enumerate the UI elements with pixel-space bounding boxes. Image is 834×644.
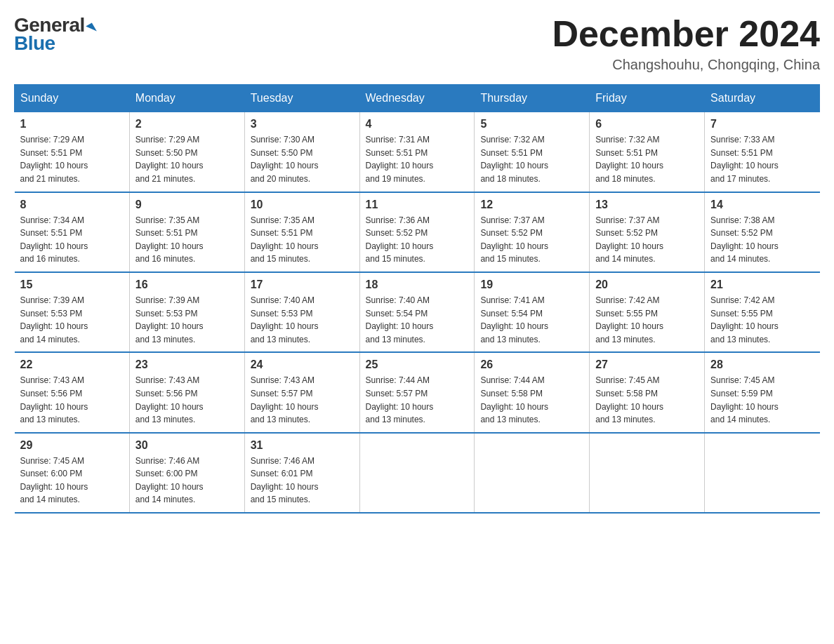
- day-info: Sunrise: 7:33 AMSunset: 5:51 PMDaylight:…: [710, 133, 814, 185]
- day-info: Sunrise: 7:29 AMSunset: 5:50 PMDaylight:…: [135, 133, 239, 185]
- day-info: Sunrise: 7:37 AMSunset: 5:52 PMDaylight:…: [480, 214, 583, 266]
- day-cell-8: 8Sunrise: 7:34 AMSunset: 5:51 PMDaylight…: [15, 192, 130, 272]
- day-info: Sunrise: 7:45 AMSunset: 5:58 PMDaylight:…: [595, 374, 699, 426]
- day-info: Sunrise: 7:45 AMSunset: 6:00 PMDaylight:…: [20, 455, 124, 507]
- day-cell-4: 4Sunrise: 7:31 AMSunset: 5:51 PMDaylight…: [359, 112, 475, 192]
- day-number: 19: [480, 279, 583, 291]
- day-number: 21: [710, 279, 814, 291]
- header-sunday: Sunday: [15, 85, 130, 112]
- week-row-4: 22Sunrise: 7:43 AMSunset: 5:56 PMDayligh…: [15, 352, 820, 432]
- day-info: Sunrise: 7:41 AMSunset: 5:54 PMDaylight:…: [480, 294, 583, 346]
- day-info: Sunrise: 7:37 AMSunset: 5:52 PMDaylight:…: [595, 214, 699, 266]
- day-cell-5: 5Sunrise: 7:32 AMSunset: 5:51 PMDaylight…: [475, 112, 590, 192]
- day-info: Sunrise: 7:35 AMSunset: 5:51 PMDaylight:…: [251, 214, 354, 266]
- day-number: 5: [480, 118, 583, 130]
- day-cell-31: 31Sunrise: 7:46 AMSunset: 6:01 PMDayligh…: [244, 433, 359, 513]
- day-cell-9: 9Sunrise: 7:35 AMSunset: 5:51 PMDaylight…: [129, 192, 244, 272]
- day-info: Sunrise: 7:38 AMSunset: 5:52 PMDaylight:…: [710, 214, 814, 266]
- day-number: 14: [710, 199, 814, 211]
- day-info: Sunrise: 7:34 AMSunset: 5:51 PMDaylight:…: [20, 214, 124, 266]
- empty-cell: [359, 433, 475, 513]
- header-saturday: Saturday: [705, 85, 820, 112]
- day-number: 10: [251, 199, 354, 211]
- day-info: Sunrise: 7:42 AMSunset: 5:55 PMDaylight:…: [710, 294, 814, 346]
- week-row-1: 1Sunrise: 7:29 AMSunset: 5:51 PMDaylight…: [15, 112, 820, 192]
- day-cell-2: 2Sunrise: 7:29 AMSunset: 5:50 PMDaylight…: [129, 112, 244, 192]
- day-info: Sunrise: 7:46 AMSunset: 6:00 PMDaylight:…: [135, 455, 239, 507]
- day-cell-1: 1Sunrise: 7:29 AMSunset: 5:51 PMDaylight…: [15, 112, 130, 192]
- day-number: 7: [710, 118, 814, 130]
- header-row: SundayMondayTuesdayWednesdayThursdayFrid…: [15, 85, 820, 112]
- empty-cell: [590, 433, 705, 513]
- day-cell-3: 3Sunrise: 7:30 AMSunset: 5:50 PMDaylight…: [244, 112, 359, 192]
- day-cell-23: 23Sunrise: 7:43 AMSunset: 5:56 PMDayligh…: [129, 352, 244, 432]
- day-number: 9: [135, 199, 239, 211]
- header-wednesday: Wednesday: [359, 85, 475, 112]
- day-number: 4: [366, 118, 469, 130]
- day-info: Sunrise: 7:40 AMSunset: 5:53 PMDaylight:…: [251, 294, 354, 346]
- day-number: 15: [20, 279, 124, 291]
- day-info: Sunrise: 7:31 AMSunset: 5:51 PMDaylight:…: [366, 133, 469, 185]
- day-number: 6: [595, 118, 699, 130]
- day-number: 23: [135, 358, 239, 371]
- header-friday: Friday: [590, 85, 705, 112]
- day-cell-14: 14Sunrise: 7:38 AMSunset: 5:52 PMDayligh…: [705, 192, 820, 272]
- day-cell-13: 13Sunrise: 7:37 AMSunset: 5:52 PMDayligh…: [590, 192, 705, 272]
- day-cell-30: 30Sunrise: 7:46 AMSunset: 6:00 PMDayligh…: [129, 433, 244, 513]
- day-cell-21: 21Sunrise: 7:42 AMSunset: 5:55 PMDayligh…: [705, 272, 820, 352]
- day-info: Sunrise: 7:36 AMSunset: 5:52 PMDaylight:…: [366, 214, 469, 266]
- day-info: Sunrise: 7:42 AMSunset: 5:55 PMDaylight:…: [595, 294, 699, 346]
- day-cell-19: 19Sunrise: 7:41 AMSunset: 5:54 PMDayligh…: [475, 272, 590, 352]
- day-info: Sunrise: 7:29 AMSunset: 5:51 PMDaylight:…: [20, 133, 124, 185]
- day-cell-15: 15Sunrise: 7:39 AMSunset: 5:53 PMDayligh…: [15, 272, 130, 352]
- day-cell-29: 29Sunrise: 7:45 AMSunset: 6:00 PMDayligh…: [15, 433, 130, 513]
- day-number: 22: [20, 358, 124, 371]
- day-number: 28: [710, 358, 814, 371]
- day-number: 20: [595, 279, 699, 291]
- day-number: 30: [135, 439, 239, 452]
- day-cell-24: 24Sunrise: 7:43 AMSunset: 5:57 PMDayligh…: [244, 352, 359, 432]
- header-tuesday: Tuesday: [244, 85, 359, 112]
- day-number: 16: [135, 279, 239, 291]
- day-info: Sunrise: 7:39 AMSunset: 5:53 PMDaylight:…: [135, 294, 239, 346]
- day-number: 11: [366, 199, 469, 211]
- day-cell-11: 11Sunrise: 7:36 AMSunset: 5:52 PMDayligh…: [359, 192, 475, 272]
- logo-blue-text: Blue: [14, 32, 55, 55]
- day-info: Sunrise: 7:43 AMSunset: 5:57 PMDaylight:…: [251, 374, 354, 426]
- month-year-title: December 2024: [552, 14, 820, 54]
- day-info: Sunrise: 7:39 AMSunset: 5:53 PMDaylight:…: [20, 294, 124, 346]
- day-cell-16: 16Sunrise: 7:39 AMSunset: 5:53 PMDayligh…: [129, 272, 244, 352]
- day-number: 17: [251, 279, 354, 291]
- day-info: Sunrise: 7:32 AMSunset: 5:51 PMDaylight:…: [480, 133, 583, 185]
- day-cell-22: 22Sunrise: 7:43 AMSunset: 5:56 PMDayligh…: [15, 352, 130, 432]
- day-info: Sunrise: 7:45 AMSunset: 5:59 PMDaylight:…: [710, 374, 814, 426]
- day-cell-17: 17Sunrise: 7:40 AMSunset: 5:53 PMDayligh…: [244, 272, 359, 352]
- day-info: Sunrise: 7:46 AMSunset: 6:01 PMDaylight:…: [251, 455, 354, 507]
- day-number: 12: [480, 199, 583, 211]
- day-cell-18: 18Sunrise: 7:40 AMSunset: 5:54 PMDayligh…: [359, 272, 475, 352]
- calendar-table: SundayMondayTuesdayWednesdayThursdayFrid…: [14, 84, 820, 514]
- empty-cell: [705, 433, 820, 513]
- day-number: 8: [20, 199, 124, 211]
- logo-arrow-icon: [86, 22, 97, 34]
- day-number: 27: [595, 358, 699, 371]
- day-number: 18: [366, 279, 469, 291]
- day-cell-27: 27Sunrise: 7:45 AMSunset: 5:58 PMDayligh…: [590, 352, 705, 432]
- empty-cell: [475, 433, 590, 513]
- week-row-5: 29Sunrise: 7:45 AMSunset: 6:00 PMDayligh…: [15, 433, 820, 513]
- day-number: 24: [251, 358, 354, 371]
- day-cell-26: 26Sunrise: 7:44 AMSunset: 5:58 PMDayligh…: [475, 352, 590, 432]
- day-number: 31: [251, 439, 354, 452]
- day-number: 2: [135, 118, 239, 130]
- day-cell-28: 28Sunrise: 7:45 AMSunset: 5:59 PMDayligh…: [705, 352, 820, 432]
- header-monday: Monday: [129, 85, 244, 112]
- page-header: General Blue December 2024 Changshouhu, …: [14, 14, 820, 73]
- location-subtitle: Changshouhu, Chongqing, China: [552, 57, 820, 73]
- day-cell-20: 20Sunrise: 7:42 AMSunset: 5:55 PMDayligh…: [590, 272, 705, 352]
- day-info: Sunrise: 7:43 AMSunset: 5:56 PMDaylight:…: [135, 374, 239, 426]
- day-cell-10: 10Sunrise: 7:35 AMSunset: 5:51 PMDayligh…: [244, 192, 359, 272]
- day-number: 29: [20, 439, 124, 452]
- day-info: Sunrise: 7:44 AMSunset: 5:57 PMDaylight:…: [366, 374, 469, 426]
- week-row-2: 8Sunrise: 7:34 AMSunset: 5:51 PMDaylight…: [15, 192, 820, 272]
- header-thursday: Thursday: [475, 85, 590, 112]
